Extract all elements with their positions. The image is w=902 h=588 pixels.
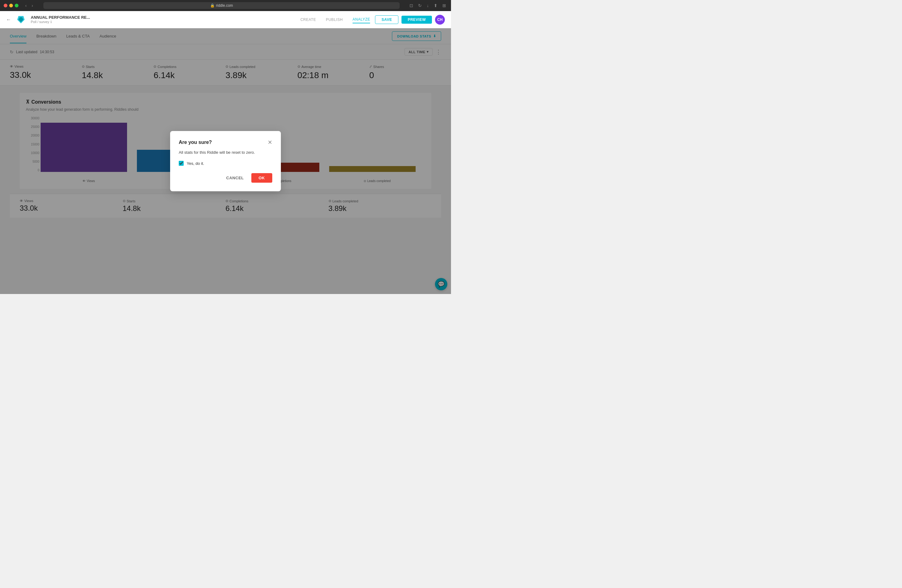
browser-forward-button[interactable]: › <box>30 2 35 9</box>
browser-download-button[interactable]: ↓ <box>426 2 430 9</box>
browser-back-button[interactable]: ‹ <box>23 2 28 9</box>
dialog-body: All stats for this Riddle will be reset … <box>179 150 272 155</box>
browser-new-tab-button[interactable]: ⊞ <box>441 2 447 9</box>
dialog-checkbox[interactable] <box>179 161 184 166</box>
browser-url: riddle.com <box>216 3 233 8</box>
app-nav: CREATE PUBLISH ANALYZE <box>300 16 370 23</box>
info-icon: ℹ <box>50 20 52 24</box>
minimize-window-dot[interactable] <box>9 4 13 7</box>
modal-overlay[interactable]: Are you sure? ✕ All stats for this Riddl… <box>0 28 451 294</box>
ok-button[interactable]: OK <box>251 173 272 183</box>
close-window-dot[interactable] <box>4 4 7 7</box>
lock-icon: 🔒 <box>210 3 215 8</box>
dialog-checkbox-label: Yes, do it. <box>187 161 204 166</box>
browser-actions: ⊡ ↻ ↓ ⬆ ⊞ <box>408 2 447 9</box>
main-content: Overview Breakdown Leads & CTA Audience … <box>0 28 451 294</box>
browser-traffic-lights <box>4 4 19 7</box>
browser-navigation: ‹ › <box>23 2 35 9</box>
browser-cast-button[interactable]: ⊡ <box>408 2 414 9</box>
browser-chrome: ‹ › 🔒 riddle.com ⊡ ↻ ↓ ⬆ ⊞ <box>0 0 451 11</box>
dialog-title: Are you sure? <box>179 140 212 145</box>
nav-analyze[interactable]: ANALYZE <box>352 16 370 23</box>
nav-publish[interactable]: PUBLISH <box>326 16 343 23</box>
preview-button[interactable]: PREVIEW <box>401 16 432 24</box>
app-header-actions: SAVE PREVIEW CH <box>375 15 445 25</box>
browser-refresh-button[interactable]: ↻ <box>417 2 423 9</box>
dialog-actions: CANCEL OK <box>179 173 272 183</box>
dialog-checkbox-row: Yes, do it. <box>179 161 272 166</box>
browser-share-button[interactable]: ⬆ <box>432 2 439 9</box>
browser-address-bar[interactable]: 🔒 riddle.com <box>43 2 399 9</box>
app-header: ← ANNUAL PERFORMANCE RE... Poll / survey… <box>0 11 451 28</box>
cancel-button[interactable]: CANCEL <box>222 173 247 183</box>
app-subtitle: Poll / survey ℹ <box>31 20 295 24</box>
app-title: ANNUAL PERFORMANCE RE... <box>31 15 295 20</box>
dialog: Are you sure? ✕ All stats for this Riddl… <box>170 131 281 191</box>
dialog-close-button[interactable]: ✕ <box>268 140 272 145</box>
maximize-window-dot[interactable] <box>15 4 19 7</box>
save-button[interactable]: SAVE <box>375 16 398 24</box>
app-logo <box>16 15 26 25</box>
app-title-section: ANNUAL PERFORMANCE RE... Poll / survey ℹ <box>31 15 295 24</box>
avatar[interactable]: CH <box>435 15 445 25</box>
back-button[interactable]: ← <box>6 17 11 22</box>
nav-create[interactable]: CREATE <box>300 16 316 23</box>
dialog-header: Are you sure? ✕ <box>179 140 272 145</box>
